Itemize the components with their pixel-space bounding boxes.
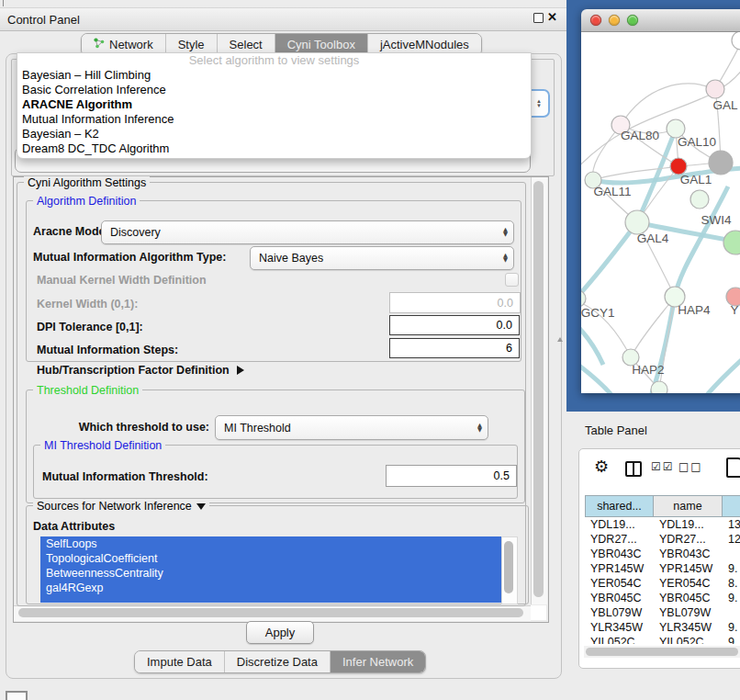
- network-node-swi4[interactable]: [723, 231, 740, 254]
- collapse-arrow-icon[interactable]: [196, 503, 206, 510]
- algorithm-option-bayesian-hill-climbing[interactable]: Bayesian – Hill Climbing: [17, 68, 531, 83]
- attribute-item-gal4rgexp[interactable]: gal4RGexp: [40, 581, 501, 595]
- table-row[interactable]: YER054CYER054C8.: [585, 576, 740, 591]
- tab-cyni-toolbox-label: Cyni Toolbox: [287, 38, 355, 51]
- attribute-item-selfloops[interactable]: SelfLoops: [40, 536, 501, 551]
- table-header-row: shared...name: [585, 495, 740, 517]
- tab-impute-data[interactable]: Impute Data: [135, 651, 225, 672]
- network-edge-thick: [581, 222, 637, 299]
- combo-arrows-icon: ▲▼: [476, 423, 488, 433]
- table-cell: YBL079W: [585, 605, 654, 620]
- sources-group-title[interactable]: Sources for Network Inference: [33, 500, 209, 513]
- aracne-mode-label: Aracne Mode:: [33, 225, 109, 238]
- table-row[interactable]: YBR043CYBR043C: [585, 547, 740, 561]
- network-canvas[interactable]: GALGAL80GAL10GAL1GAL11SWI4GAL4HAP4YGCY1H…: [581, 32, 740, 393]
- zoom-window-icon[interactable]: [627, 15, 638, 26]
- data-attributes-list[interactable]: SelfLoopsTopologicalCoefficientBetweenne…: [40, 536, 501, 603]
- algorithm-option-dream8-dc-tdc-algorithm[interactable]: Dream8 DC_TDC Algorithm: [17, 141, 531, 156]
- table-row[interactable]: YPR145WYPR145W9.: [585, 561, 740, 576]
- splitter-arrow-icon[interactable]: [557, 337, 563, 342]
- column-header-name[interactable]: name: [654, 495, 723, 517]
- deselect-all-icon[interactable]: □□: [678, 460, 703, 473]
- tab-infer-network[interactable]: Infer Network: [331, 651, 425, 672]
- mi-type-value: Naive Bayes: [251, 252, 501, 265]
- node-label-gal1: GAL1: [680, 173, 712, 186]
- table-cell: 8.: [723, 576, 740, 591]
- network-icon: [94, 38, 105, 51]
- algorithm-option-basic-correlation-inference[interactable]: Basic Correlation Inference: [17, 83, 531, 97]
- table-row[interactable]: YIL052CYIL052C9: [585, 635, 740, 644]
- expand-arrow-icon[interactable]: [237, 366, 244, 375]
- table-cell: YDR27...: [654, 532, 723, 547]
- network-node[interactable]: [651, 381, 667, 393]
- tab-infer-network-label: Infer Network: [342, 655, 413, 669]
- network-graph[interactable]: GALGAL80GAL10GAL1GAL11SWI4GAL4HAP4YGCY1H…: [581, 32, 740, 393]
- table-cell: YDR27...: [585, 532, 654, 547]
- node-label-hap4: HAP4: [678, 303, 711, 317]
- network-node[interactable]: [690, 190, 709, 209]
- screen: { "titlebar": { "title": "Control Panel"…: [0, 0, 740, 700]
- column-header-shared[interactable]: shared...: [585, 495, 654, 517]
- table-row[interactable]: YBR045CYBR045C9.: [585, 591, 740, 605]
- table-cell: YBR045C: [585, 591, 654, 605]
- minimize-window-icon[interactable]: [609, 15, 620, 26]
- table-panel: ⚙ ☑☑ □□ shared...name YDL19...YDL19...13…: [578, 448, 740, 669]
- tab-discretize-data[interactable]: Discretize Data: [225, 651, 331, 672]
- docked-panel-icon[interactable]: [6, 691, 28, 700]
- manual-kernel-checkbox[interactable]: [505, 273, 519, 287]
- table-hscroll-thumb[interactable]: [586, 648, 738, 656]
- select-all-icon[interactable]: ☑☑: [651, 460, 675, 473]
- network-window-titlebar[interactable]: [581, 9, 740, 32]
- aracne-mode-value: Discovery: [102, 226, 501, 239]
- attributes-vscroll-thumb[interactable]: [504, 541, 513, 593]
- mi-type-select[interactable]: Naive Bayes ▲▼: [250, 246, 514, 270]
- attribute-item-topologicalcoefficient[interactable]: TopologicalCoefficient: [40, 551, 501, 566]
- which-threshold-select[interactable]: MI Threshold ▲▼: [215, 415, 488, 440]
- network-node-gal[interactable]: [706, 80, 724, 98]
- close-icon[interactable]: ✕: [547, 10, 557, 24]
- window-edge-tick: [3, 0, 4, 6]
- tab-discretize-data-label: Discretize Data: [237, 655, 318, 669]
- node-label-gcy1: GCY1: [581, 306, 614, 320]
- network-edge-thick: [581, 363, 612, 393]
- apply-button[interactable]: Apply: [246, 621, 314, 644]
- table-panel-title: Table Panel: [585, 423, 647, 437]
- network-window[interactable]: GALGAL80GAL10GAL1GAL11SWI4GAL4HAP4YGCY1H…: [581, 9, 740, 393]
- table-cell: YDL19...: [585, 517, 654, 532]
- algorithm-combo-focus-ring[interactable]: ▲▼: [530, 89, 550, 118]
- hub-definition-row[interactable]: Hub/Transcription Factor Definition: [37, 364, 244, 377]
- network-node[interactable]: [732, 32, 740, 50]
- dpi-tolerance-field[interactable]: 0.0: [389, 315, 520, 335]
- float-window-icon[interactable]: [533, 13, 544, 23]
- table-cell: YIL052C: [654, 635, 723, 644]
- close-window-icon[interactable]: [590, 15, 601, 26]
- table-cell: YIL052C: [585, 635, 654, 644]
- table-row[interactable]: YDR27...YDR27...12: [585, 532, 740, 547]
- settings-hscroll-thumb[interactable]: [18, 608, 523, 617]
- mi-steps-field[interactable]: 6: [389, 338, 520, 358]
- algorithm-option-mutual-information-inference[interactable]: Mutual Information Inference: [17, 112, 531, 127]
- columns-icon[interactable]: [625, 461, 642, 477]
- attribute-item-betweennesscentrality[interactable]: BetweennessCentrality: [40, 566, 501, 581]
- file-icon[interactable]: [726, 457, 740, 478]
- network-node[interactable]: [709, 151, 733, 175]
- tab-impute-data-label: Impute Data: [147, 655, 212, 669]
- node-label-gal11: GAL11: [593, 185, 631, 198]
- algorithm-option-bayesian-k2[interactable]: Bayesian – K2: [17, 127, 531, 141]
- aracne-mode-select[interactable]: Discovery ▲▼: [101, 220, 514, 244]
- table-row[interactable]: YLR345WYLR345W9.: [585, 620, 740, 635]
- table-row[interactable]: YDL19...YDL19...13: [585, 517, 740, 532]
- node-label-gal: GAL: [712, 98, 738, 112]
- gear-icon[interactable]: ⚙: [594, 457, 609, 476]
- column-header-2[interactable]: [723, 495, 740, 517]
- kernel-width-field[interactable]: 0.0: [389, 292, 521, 313]
- network-edge-thick: [581, 324, 603, 365]
- node-label-gal10: GAL10: [678, 135, 716, 149]
- algorithm-option-aracne-algorithm[interactable]: ARACNE Algorithm: [17, 97, 531, 112]
- settings-vscroll-thumb[interactable]: [533, 181, 544, 597]
- table-cell: YBR045C: [654, 591, 723, 605]
- mi-threshold-field[interactable]: 0.5: [386, 465, 517, 487]
- table-cell: YBR043C: [654, 547, 723, 561]
- table-row[interactable]: YBL079WYBL079W: [585, 605, 740, 620]
- node-label-gal80: GAL80: [621, 129, 659, 142]
